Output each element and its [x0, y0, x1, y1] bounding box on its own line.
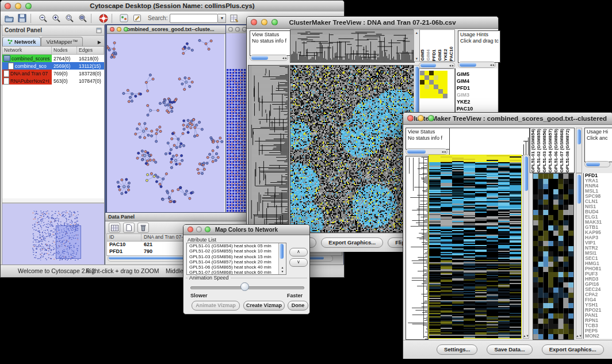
column-label[interactable]: GIM4 [426, 49, 431, 61]
export-graphics-button[interactable]: Export Graphics... [542, 344, 604, 355]
attribute-item[interactable]: GPL51-01 (GSM854) heat shock 05 min [188, 243, 286, 248]
zoom-selected-icon[interactable] [64, 13, 74, 23]
heatmap-cell[interactable] [420, 71, 424, 75]
column-label[interactable]: GPL51-01 (GSM854) [530, 129, 536, 173]
network-tree-row[interactable]: combined_scores2764(0)16218(0) [2, 55, 104, 62]
gene-label[interactable]: YKE2 [456, 98, 498, 105]
gene-label[interactable]: MON2 [584, 334, 612, 339]
column-label[interactable]: GPL51-02 (GSM855) [536, 129, 542, 173]
attribute-item[interactable]: GPL51-02 (GSM855) heat shock 10 min [188, 248, 286, 254]
attribute-browser-icon[interactable] [230, 13, 239, 23]
heatmap-cell[interactable] [438, 89, 443, 94]
heatmap-cell[interactable] [443, 94, 447, 98]
column-dendrogram-canvas[interactable] [290, 29, 415, 63]
create-vizmap-button[interactable]: Create Vizmap [243, 301, 285, 311]
network-name-cell[interactable]: combined_scores [2, 55, 52, 62]
heatmap-cell[interactable] [443, 75, 447, 80]
zoomview-scrollbar[interactable]: ◂ ▸ [419, 62, 455, 68]
heatmap-cell[interactable] [443, 80, 447, 85]
close-button[interactable] [251, 19, 257, 25]
network-name-cell[interactable]: DNA and Tran 07 [2, 70, 52, 77]
heatmap-cell[interactable] [429, 75, 434, 80]
heatmap-cell[interactable] [434, 85, 438, 89]
birds-eye-canvas[interactable] [2, 204, 104, 263]
row-dendrogram-canvas[interactable] [248, 65, 289, 233]
heatmap-cell[interactable] [443, 85, 447, 89]
network-tree-row[interactable]: RNAPuberNov2+I563(0)107847(0) [2, 77, 104, 85]
heatmap-cell[interactable] [429, 71, 434, 75]
heatmap-cell[interactable] [424, 94, 429, 98]
heatmap-cell[interactable] [438, 94, 443, 98]
heatmap-cell[interactable] [420, 75, 424, 80]
delete-attribute-icon[interactable] [137, 223, 149, 233]
open-session-icon[interactable] [4, 13, 14, 23]
col-network[interactable]: Network [2, 47, 52, 54]
float-panel-icon[interactable] [96, 28, 102, 33]
heatmap-cell[interactable] [438, 75, 443, 80]
heatmap-cell[interactable] [438, 80, 443, 85]
minimize-button[interactable] [235, 27, 240, 32]
heatmap-cell[interactable] [424, 80, 429, 85]
heatmap-cell[interactable] [424, 85, 429, 89]
zoom-button[interactable] [271, 19, 278, 25]
zoom-fit-icon[interactable] [78, 13, 87, 23]
heatmap-vscrollbar[interactable]: ▴ ▾ [523, 155, 529, 339]
heatmap-cell[interactable] [434, 75, 438, 80]
search-input[interactable] [170, 14, 218, 23]
hints-scrollbar[interactable] [584, 161, 610, 167]
heatmap-cell[interactable] [424, 89, 429, 94]
animate-vizmap-button[interactable]: Animate Vizmap [192, 301, 240, 311]
heatmap-cell[interactable] [443, 71, 447, 75]
column-label[interactable]: GIM3 [437, 49, 443, 61]
heatmap-cell[interactable] [429, 85, 434, 89]
tab-vizmapper[interactable]: VizMapper™ [41, 37, 83, 46]
col-nodes[interactable]: Nodes [52, 47, 77, 54]
attribute-item[interactable]: GPL51-03 (GSM856) heat shock 15 min [188, 254, 286, 259]
heatmap-cell[interactable] [438, 71, 443, 75]
zoom-heatmap-canvas[interactable] [533, 173, 574, 340]
plugin-manager-icon[interactable] [119, 13, 129, 23]
attribute-item[interactable]: GPL51-04 (GSM857) heat shock 20 min [188, 259, 286, 265]
annotation-icon[interactable] [132, 13, 142, 23]
close-button[interactable] [110, 27, 114, 32]
heatmap-cell[interactable] [438, 85, 443, 89]
network-view-canvas[interactable] [107, 34, 224, 212]
attribute-item[interactable]: GPL51-06 (GSM865) heat shock 40 min [188, 265, 286, 270]
column-label[interactable]: PAC10 [449, 47, 454, 61]
column-dendrogram-canvas[interactable] [449, 128, 530, 156]
heatmap-cell[interactable] [443, 89, 447, 94]
zoom-out-icon[interactable] [38, 13, 48, 23]
heatmap-cell[interactable] [429, 80, 434, 85]
column-label[interactable]: YKE2 [443, 49, 449, 61]
minimize-button[interactable] [196, 227, 202, 232]
network-name-cell[interactable]: combined_sco [2, 62, 52, 70]
row-dendrogram-canvas[interactable] [406, 156, 429, 340]
main-heatmap-canvas[interactable] [290, 65, 415, 233]
labels-vscrollbar[interactable] [576, 128, 582, 173]
main-titlebar[interactable]: Cytoscape Desktop (Session Name: collins… [1, 1, 344, 12]
gene-label[interactable]: PFD1 [456, 85, 498, 91]
save-data-button[interactable]: Save Data... [487, 344, 532, 355]
tab-overflow-button[interactable]: ▶ [95, 39, 104, 46]
export-graphics-button[interactable]: Export Graphics... [321, 237, 383, 248]
column-label[interactable]: GPL51-08 (GSM872) [565, 129, 571, 173]
hints-scrollbar[interactable]: ◂ ▸ [458, 62, 496, 68]
column-label[interactable]: GPL51-04 (GSM857) [548, 129, 553, 173]
close-button[interactable] [5, 3, 11, 9]
column-label[interactable]: GPL51-03 (GSM856) [542, 129, 548, 173]
column-label[interactable]: GPL51-06 (GSM865) [553, 129, 559, 173]
gene-label[interactable]: GIM5 [456, 71, 498, 78]
network-name-cell[interactable]: RNAPuberNov2+I [2, 77, 52, 85]
heatmap-cell[interactable] [434, 89, 438, 94]
close-button[interactable] [407, 115, 414, 121]
settings-button[interactable]: Settings... [437, 344, 477, 355]
status-scrollbar[interactable]: ◂ ▸ [406, 148, 447, 155]
network-tree-row[interactable]: DNA and Tran 07769(0)183728(0) [2, 70, 104, 77]
search-dropdown-button[interactable]: ▼ [218, 14, 226, 23]
gene-label[interactable]: GIM4 [456, 78, 498, 85]
zoom-button[interactable] [205, 227, 211, 232]
heatmap-cell[interactable] [434, 80, 438, 85]
col-id[interactable]: ID [107, 234, 141, 241]
done-button[interactable]: Done [288, 301, 308, 311]
select-attributes-icon[interactable] [109, 223, 120, 233]
